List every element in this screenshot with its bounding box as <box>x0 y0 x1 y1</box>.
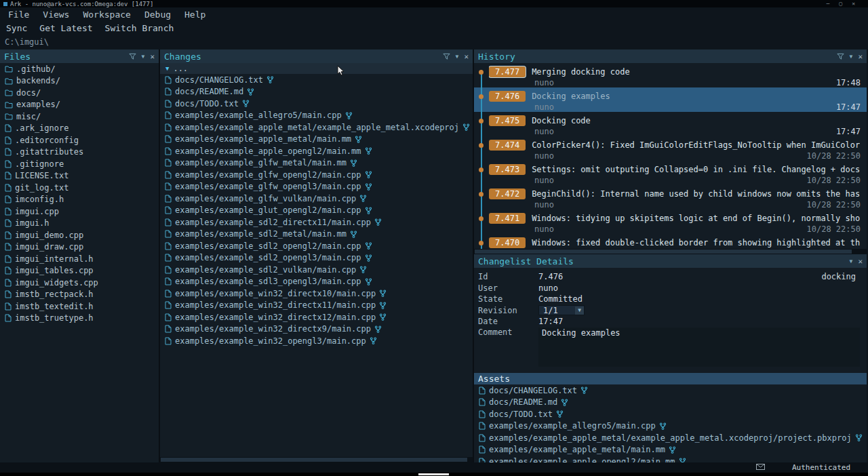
file-tree-item[interactable]: .ark_ignore <box>0 123 159 135</box>
changed-file-item[interactable]: examples/example_apple_metal/example_app… <box>160 121 473 134</box>
file-name: .editorconfig <box>15 136 79 145</box>
toolbar-button[interactable]: Get Latest <box>39 23 92 33</box>
branch-icon <box>359 195 367 202</box>
file-icon <box>165 171 172 179</box>
filter-caret-icon[interactable]: ▼ <box>142 54 145 60</box>
file-tree-item[interactable]: .gitattributes <box>0 146 159 159</box>
file-tree-item[interactable]: imstb_truetype.h <box>0 313 159 325</box>
changeset-badge: 7.474 <box>489 140 526 151</box>
menu-item[interactable]: Views <box>43 9 69 20</box>
maximize-button[interactable]: ▢ <box>839 1 842 7</box>
filter-icon[interactable] <box>837 53 844 60</box>
file-tree-item[interactable]: imstb_textedit.h <box>0 300 159 313</box>
file-tree-item[interactable]: imgui.cpp <box>0 205 159 218</box>
history-entry[interactable]: 7.476 Docking examples nuno 17:47 <box>474 87 867 112</box>
file-tree-item[interactable]: docs/ <box>0 87 159 99</box>
menu-item[interactable]: Debug <box>144 9 171 20</box>
toolbar-button[interactable]: Switch Branch <box>105 23 174 33</box>
menu-item[interactable]: File <box>8 9 29 20</box>
file-tree-item[interactable]: imgui_internal.h <box>0 253 159 265</box>
asset-item[interactable]: examples/example_allegro5/main.cpp <box>474 420 867 433</box>
file-tree-item[interactable]: imconfig.h <box>0 194 159 206</box>
history-entry[interactable]: 7.473 Settings: omit outputing Collapsed… <box>474 161 867 185</box>
changed-file-item[interactable]: examples/example_allegro5/main.cpp <box>160 110 473 122</box>
file-tree-item[interactable]: imgui_widgets.cpp <box>0 277 159 289</box>
changed-file-path: docs/TODO.txt <box>175 99 239 108</box>
changed-file-item[interactable]: docs/README.md <box>160 86 473 98</box>
asset-item[interactable]: docs/README.md <box>474 397 867 409</box>
changed-file-item[interactable]: docs/CHANGELOG.txt <box>160 74 473 86</box>
changed-file-item[interactable]: examples/example_win32_directx12/main.cp… <box>160 311 473 323</box>
comment-value[interactable]: Docking examples <box>538 328 860 367</box>
branch-icon <box>679 458 686 462</box>
changed-file-item[interactable]: examples/example_sdl2_metal/main.mm <box>160 229 473 241</box>
close-panel-icon[interactable]: ✕ <box>858 53 863 60</box>
asset-item[interactable]: docs/TODO.txt <box>474 408 867 420</box>
file-tree-item[interactable]: LICENSE.txt <box>0 170 159 182</box>
changed-file-item[interactable]: examples/example_sdl3_opengl3/main.cpp <box>160 276 473 288</box>
changed-file-item[interactable]: examples/example_win32_directx9/main.cpp <box>160 323 473 336</box>
history-entry[interactable]: 7.472 BeginChild(): Internal name used b… <box>474 185 867 210</box>
changes-horizontal-scrollbar[interactable] <box>160 457 473 462</box>
file-tree-item[interactable]: .github/ <box>0 63 159 75</box>
filter-caret-icon[interactable]: ▼ <box>456 54 459 60</box>
close-panel-icon[interactable]: ✕ <box>858 258 863 265</box>
file-tree-item[interactable]: git_log.txt <box>0 182 159 194</box>
history-horizontal-scrollbar[interactable] <box>474 249 867 254</box>
file-tree-item[interactable]: imgui.h <box>0 218 159 230</box>
changed-file-item[interactable]: examples/example_sdl2_vulkan/main.cpp <box>160 264 473 276</box>
filter-icon[interactable] <box>129 53 136 60</box>
asset-item[interactable]: examples/example_apple_metal/main.mm <box>474 444 867 456</box>
revision-dropdown[interactable]: 1/1 ▼ <box>538 305 585 315</box>
filter-caret-icon[interactable]: ▼ <box>850 54 853 60</box>
changed-file-item[interactable]: examples/example_win32_directx11/main.cp… <box>160 300 473 312</box>
changed-file-item[interactable]: examples/example_win32_opengl3/main.cpp <box>160 335 473 347</box>
changed-file-item[interactable]: examples/example_glfw_opengl3/main.cpp <box>160 181 473 193</box>
panel-caret-icon[interactable]: ▼ <box>850 258 853 264</box>
file-tree-item[interactable]: imgui_tables.cpp <box>0 265 159 277</box>
file-tree-item[interactable]: imgui_demo.cpp <box>0 229 159 241</box>
toolbar-button[interactable]: Sync <box>6 23 27 33</box>
file-tree-item[interactable]: imstb_rectpack.h <box>0 289 159 301</box>
branch-icon <box>365 171 372 178</box>
history-entry[interactable]: 7.471 Windows: tidying up skipitems logi… <box>474 210 867 234</box>
menu-item[interactable]: Workspace <box>83 9 130 20</box>
expand-arrow-icon[interactable]: ▼ <box>165 65 169 72</box>
close-panel-icon[interactable]: ✕ <box>464 53 469 60</box>
close-button[interactable]: ✕ <box>852 1 855 7</box>
changed-file-item[interactable]: examples/example_glfw_vulkan/main.cpp <box>160 193 473 205</box>
changed-file-item[interactable]: examples/example_apple_opengl2/main.mm <box>160 145 473 157</box>
asset-item[interactable]: examples/example_apple_metal/example_app… <box>474 432 867 444</box>
history-entry[interactable]: 7.475 Docking code nuno 17:47 <box>474 112 867 136</box>
filter-icon[interactable] <box>443 53 450 60</box>
changed-file-item[interactable]: examples/example_sdl2_directx11/main.cpp <box>160 216 473 229</box>
file-name: .gitattributes <box>15 147 83 157</box>
history-entry[interactable]: 7.477 Merging docking code nuno 17:48 <box>474 63 867 87</box>
minimize-button[interactable]: — <box>827 1 830 7</box>
asset-item[interactable]: docs/CHANGELOG.txt <box>474 384 867 397</box>
history-entry[interactable]: 7.470 Windows: fixed double-clicked bord… <box>474 234 867 249</box>
changed-file-path: examples/example_glfw_opengl3/main.cpp <box>175 182 361 191</box>
asset-path: examples/example_apple_metal/main.mm <box>489 445 665 454</box>
history-entry[interactable]: 7.474 ColorPicker4(): Fixed ImGuiColorEd… <box>474 136 867 161</box>
file-tree-item[interactable]: imgui_draw.cpp <box>0 241 159 254</box>
changes-root-row[interactable]: ▼ ... <box>160 63 473 74</box>
file-tree-item[interactable]: misc/ <box>0 111 159 123</box>
file-icon <box>165 301 172 309</box>
file-tree-item[interactable]: .gitignore <box>0 158 159 170</box>
file-tree-item[interactable]: backends/ <box>0 75 159 87</box>
changed-file-item[interactable]: examples/example_glfw_metal/main.mm <box>160 157 473 170</box>
file-tree-item[interactable]: .editorconfig <box>0 134 159 146</box>
changed-file-item[interactable]: examples/example_glfw_opengl2/main.cpp <box>160 169 473 181</box>
menu-item[interactable]: Help <box>184 9 205 20</box>
file-tree-item[interactable]: examples/ <box>0 99 159 111</box>
close-panel-icon[interactable]: ✕ <box>150 53 155 60</box>
changed-file-item[interactable]: examples/example_sdl2_opengl2/main.cpp <box>160 240 473 252</box>
changed-file-item[interactable]: examples/example_win32_directx10/main.cp… <box>160 287 473 300</box>
changed-file-item[interactable]: examples/example_sdl2_opengl3/main.cpp <box>160 252 473 264</box>
changed-file-item[interactable]: examples/example_glut_opengl2/main.cpp <box>160 205 473 217</box>
changed-file-item[interactable]: examples/example_apple_metal/main.mm <box>160 134 473 146</box>
asset-item[interactable]: examples/example_apple_opengl2/main.mm <box>474 456 867 462</box>
changed-file-item[interactable]: docs/TODO.txt <box>160 98 473 110</box>
assets-section-header[interactable]: Assets <box>474 373 867 384</box>
